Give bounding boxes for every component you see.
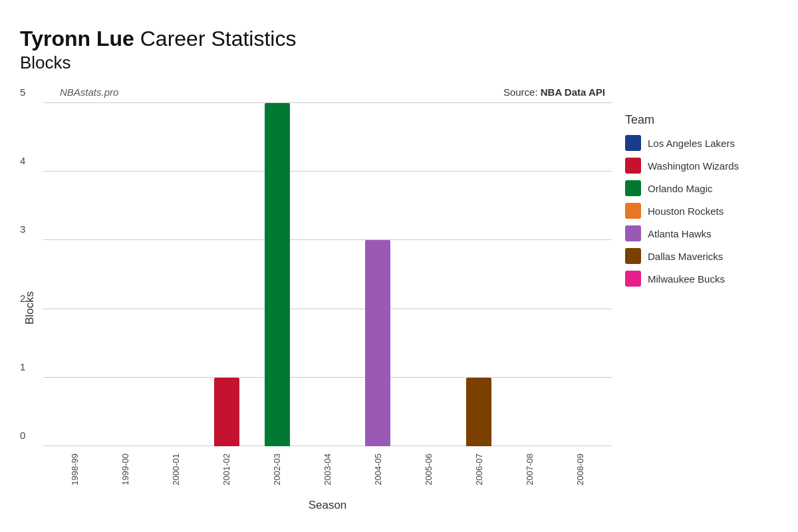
bar-slot bbox=[555, 103, 605, 446]
x-label-slot: 2007-08 bbox=[504, 450, 555, 496]
grid-label: 2 bbox=[20, 292, 25, 303]
x-label-slot: 1999-00 bbox=[100, 450, 151, 496]
plot-inner: 012345 1998-991999-002000-012001-022002-… bbox=[43, 103, 612, 512]
x-label-slot: 2006-07 bbox=[454, 450, 504, 496]
grid-label: 5 bbox=[20, 86, 25, 98]
legend-item: Los Angeles Lakers bbox=[625, 135, 771, 151]
grid-label: 0 bbox=[20, 430, 25, 441]
x-label-slot: 1998-99 bbox=[50, 450, 100, 496]
legend-color-box bbox=[625, 135, 641, 151]
bar bbox=[265, 103, 290, 446]
x-axis: 1998-991999-002000-012001-022002-032003-… bbox=[43, 450, 612, 496]
legend-item-label: Los Angeles Lakers bbox=[648, 138, 735, 149]
legend-color-box bbox=[625, 248, 641, 264]
bar-slot bbox=[100, 103, 151, 446]
legend-color-box bbox=[625, 225, 641, 241]
plot-container: Blocks 012345 1998-991999-002000-012001-… bbox=[20, 103, 612, 512]
source-line: NBAstats.pro Source: NBA Data API bbox=[20, 86, 612, 98]
page-container: Tyronn Lue Career Statistics Blocks NBAs… bbox=[0, 0, 798, 532]
x-label: 2001-02 bbox=[221, 454, 231, 485]
bar-slot bbox=[352, 103, 403, 446]
grid-label: 1 bbox=[20, 360, 25, 372]
x-label: 2008-09 bbox=[575, 454, 585, 485]
bar-slot bbox=[50, 103, 100, 446]
legend-color-box bbox=[625, 271, 641, 287]
legend-item: Orlando Magic bbox=[625, 180, 771, 196]
x-label-slot: 2000-01 bbox=[151, 450, 201, 496]
bar-slot bbox=[151, 103, 201, 446]
x-label-slot: 2008-09 bbox=[555, 450, 605, 496]
legend-color-box bbox=[625, 180, 641, 196]
title-rest: Career Statistics bbox=[134, 27, 297, 51]
legend-item-label: Milwaukee Bucks bbox=[648, 273, 725, 285]
bar-slot bbox=[454, 103, 504, 446]
legend-item-label: Washington Wizards bbox=[648, 160, 739, 172]
chart-area: NBAstats.pro Source: NBA Data API Blocks… bbox=[20, 86, 778, 512]
chart-title: Tyronn Lue Career Statistics bbox=[20, 27, 778, 51]
legend-item-label: Dallas Mavericks bbox=[648, 251, 723, 262]
x-label-slot: 2003-04 bbox=[303, 450, 353, 496]
chart-subtitle: Blocks bbox=[20, 53, 778, 73]
grid-label: 4 bbox=[20, 155, 25, 166]
source-right: Source: NBA Data API bbox=[503, 86, 605, 98]
x-label-slot: 2005-06 bbox=[403, 450, 454, 496]
x-label: 2006-07 bbox=[474, 454, 484, 485]
source-left: NBAstats.pro bbox=[60, 86, 118, 98]
chart-main: NBAstats.pro Source: NBA Data API Blocks… bbox=[20, 86, 612, 512]
x-label-slot: 2002-03 bbox=[252, 450, 303, 496]
x-label: 2004-05 bbox=[373, 454, 383, 485]
source-bold: NBA Data API bbox=[541, 86, 605, 98]
grid-and-bars: 012345 bbox=[43, 103, 612, 446]
bar bbox=[365, 240, 390, 446]
x-label: 2002-03 bbox=[272, 454, 282, 485]
bar-slot bbox=[201, 103, 252, 446]
legend-item: Atlanta Hawks bbox=[625, 225, 771, 241]
legend-item: Milwaukee Bucks bbox=[625, 271, 771, 287]
legend-item: Houston Rockets bbox=[625, 203, 771, 219]
x-label: 2003-04 bbox=[323, 454, 332, 485]
x-label: 1998-99 bbox=[70, 454, 80, 485]
bar bbox=[214, 378, 239, 446]
legend-item-label: Orlando Magic bbox=[648, 183, 713, 194]
bar-slot bbox=[303, 103, 353, 446]
title-area: Tyronn Lue Career Statistics Blocks bbox=[20, 27, 778, 73]
x-label: 1999-00 bbox=[120, 454, 130, 485]
legend-item-label: Houston Rockets bbox=[648, 205, 724, 217]
x-label-slot: 2001-02 bbox=[201, 450, 252, 496]
legend-title: Team bbox=[625, 113, 771, 127]
legend-color-box bbox=[625, 203, 641, 219]
legend-items: Los Angeles LakersWashington WizardsOrla… bbox=[625, 135, 771, 287]
legend-item: Washington Wizards bbox=[625, 158, 771, 174]
legend-item-label: Atlanta Hawks bbox=[648, 228, 712, 239]
bars-row bbox=[43, 103, 612, 446]
x-label: 2005-06 bbox=[424, 454, 434, 485]
player-name: Tyronn Lue bbox=[20, 27, 134, 51]
bar bbox=[466, 378, 491, 446]
bar-slot bbox=[504, 103, 555, 446]
bar-slot bbox=[403, 103, 454, 446]
legend: Team Los Angeles LakersWashington Wizard… bbox=[612, 106, 778, 512]
bar-slot bbox=[252, 103, 303, 446]
x-label: 2000-01 bbox=[171, 454, 181, 485]
legend-item: Dallas Mavericks bbox=[625, 248, 771, 264]
legend-color-box bbox=[625, 158, 641, 174]
x-axis-title: Season bbox=[43, 499, 612, 512]
x-label-slot: 2004-05 bbox=[352, 450, 403, 496]
source-prefix: Source: bbox=[503, 86, 541, 98]
grid-label: 3 bbox=[20, 223, 25, 235]
x-label: 2007-08 bbox=[525, 454, 535, 485]
